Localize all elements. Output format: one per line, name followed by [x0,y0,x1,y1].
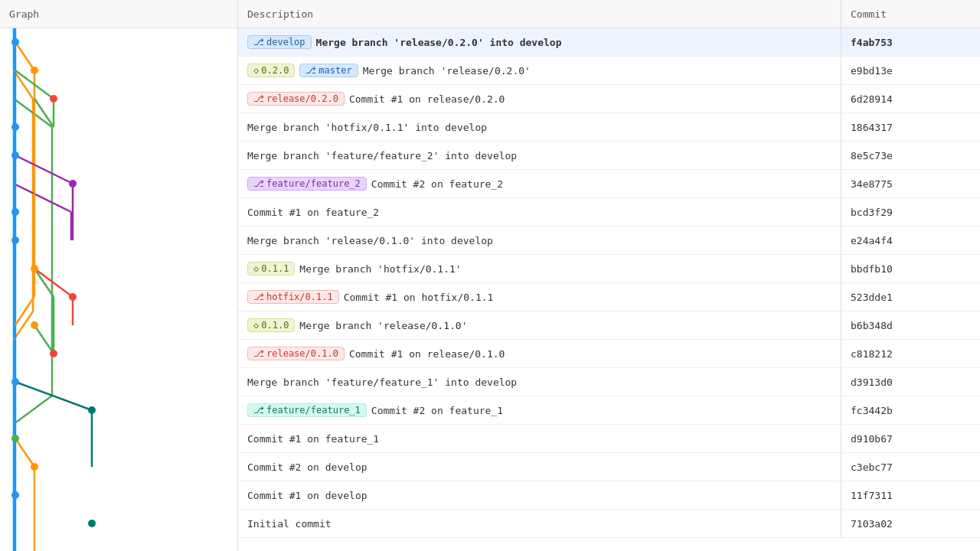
commit-column-header: Commit [841,0,980,28]
tag-badge-0.1.1[interactable]: ◇ 0.1.1 [247,262,295,276]
description-text: Merge branch 'release/0.2.0' [363,65,531,77]
svg-point-44 [69,293,77,301]
description-text: Commit #1 on release/0.2.0 [349,93,505,105]
description-cell: Commit #1 on develop [238,481,841,509]
commit-hash: 11f7311 [841,481,980,509]
svg-point-40 [69,180,77,187]
table-row[interactable]: ⎇ feature/feature_1 Commit #2 on feature… [238,396,980,425]
table-row[interactable]: ⎇ feature/feature_2 Commit #2 on feature… [238,170,980,198]
svg-line-23 [15,382,92,410]
table-row[interactable]: ◇ 0.1.1 Merge branch 'hotfix/0.1.1' bbdf… [238,255,980,283]
svg-line-31 [34,269,73,297]
commit-hash: 8e5c73e [841,142,980,169]
table-row[interactable]: Commit #1 on feature_1 d910b67 [238,425,980,453]
commit-hash: fc3442b [841,396,980,424]
svg-point-41 [11,208,19,216]
table-row[interactable]: ◇ 0.2.0 ⎇ master Merge branch 'release/0… [238,57,980,85]
table-row[interactable]: Initial commit 7103a02 [238,510,980,538]
description-text: Commit #1 on feature_2 [247,207,379,218]
description-text: Merge branch 'feature/feature_2' into de… [247,150,517,161]
table-row[interactable]: Merge branch 'feature/feature_1' into de… [238,368,980,396]
table-row[interactable]: Commit #1 on develop 11f7311 [238,481,980,510]
svg-line-15 [15,439,34,467]
graph-header-label: Graph [9,8,39,20]
table-row[interactable]: ⎇ release/0.1.0 Commit #1 on release/0.1… [238,340,980,368]
svg-line-14 [15,296,34,325]
table-row[interactable]: Merge branch 'hotfix/0.1.1' into develop… [238,113,980,142]
main-area: ⎇ develop Merge branch 'release/0.2.0' i… [0,28,980,551]
description-cell: Commit #1 on feature_2 [238,198,841,226]
commit-hash: 6d28914 [841,85,980,112]
svg-point-49 [11,435,19,442]
svg-point-38 [11,123,19,131]
branch-badge-master[interactable]: ⎇ master [299,64,358,77]
svg-line-19 [34,99,54,127]
svg-point-52 [88,520,96,527]
svg-point-45 [31,321,38,329]
description-text: Initial commit [247,518,332,530]
table-row[interactable]: Commit #2 on develop c3ebc77 [238,453,980,481]
commit-hash: 34e8775 [841,170,980,197]
description-text: Merge branch 'feature/feature_1' into de… [247,377,517,388]
commit-hash: 7103a02 [841,510,980,537]
data-rows-column: ⎇ develop Merge branch 'release/0.2.0' i… [238,28,980,551]
svg-line-12 [15,42,34,70]
branch-icon: ⎇ [253,348,264,359]
commit-hash: f4ab753 [841,28,980,56]
branch-icon: ⎇ [253,292,264,302]
branch-badge-release-0.2.0[interactable]: ⎇ release/0.2.0 [247,92,345,106]
table-row[interactable]: ⎇ develop Merge branch 'release/0.2.0' i… [238,28,980,57]
description-cell: Merge branch 'hotfix/0.1.1' into develop [238,113,841,141]
svg-point-51 [11,491,19,499]
description-cell: ◇ 0.1.1 Merge branch 'hotfix/0.1.1' [238,255,841,282]
branch-icon: ⎇ [253,405,264,416]
branch-icon: ⎇ [253,37,264,47]
description-cell: ◇ 0.2.0 ⎇ master Merge branch 'release/0… [238,57,841,84]
svg-line-26 [15,382,92,439]
description-cell: ⎇ release/0.2.0 Commit #1 on release/0.2… [238,85,841,112]
description-cell: ⎇ feature/feature_2 Commit #2 on feature… [238,170,841,197]
description-cell: ◇ 0.1.0 Merge branch 'release/0.1.0' [238,311,841,339]
svg-point-43 [31,265,38,272]
description-text: Commit #2 on feature_1 [371,405,503,416]
description-text: Commit #2 on feature_2 [371,178,503,190]
commit-hash: bbdfb10 [841,255,980,282]
branch-badge-feature1[interactable]: ⎇ feature/feature_1 [247,403,367,417]
description-header-label: Description [247,8,313,20]
description-text: Commit #1 on release/0.1.0 [349,348,505,360]
description-text: Commit #2 on develop [247,461,368,473]
svg-line-28 [15,155,73,184]
description-cell: Merge branch 'feature/feature_2' into de… [238,142,841,169]
description-column-header: Description [238,0,841,28]
table-row[interactable]: ⎇ hotfix/0.1.1 Commit #1 on hotfix/0.1.1… [238,283,980,311]
table-row[interactable]: Commit #1 on feature_2 bcd3f29 [238,198,980,227]
svg-point-46 [50,350,57,357]
branch-badge-develop[interactable]: ⎇ develop [247,35,312,49]
description-text: Commit #1 on hotfix/0.1.1 [344,292,494,303]
commit-hash: 1864317 [841,113,980,141]
table-row[interactable]: Merge branch 'feature/feature_2' into de… [238,142,980,170]
commit-hash: d910b67 [841,425,980,452]
svg-point-48 [88,406,96,414]
description-cell: Merge branch 'feature/feature_1' into de… [238,368,841,396]
table-row[interactable]: ⎇ release/0.2.0 Commit #1 on release/0.2… [238,85,980,113]
commit-header-label: Commit [851,8,887,20]
graph-column [0,28,238,551]
commit-hash: d3913d0 [841,368,980,396]
table-row[interactable]: ◇ 0.1.0 Merge branch 'release/0.1.0' b6b… [238,311,980,340]
commit-hash: 523dde1 [841,283,980,311]
svg-point-47 [11,378,19,386]
table-row[interactable]: Merge branch 'release/0.1.0' into develo… [238,227,980,255]
commit-hash: b6b348d [841,311,980,339]
svg-line-27 [15,382,92,439]
commit-hash: c3ebc77 [841,453,980,481]
description-cell: Initial commit [238,510,841,537]
branch-badge-feature2[interactable]: ⎇ feature/feature_2 [247,177,367,191]
branch-badge-hotfix[interactable]: ⎇ hotfix/0.1.1 [247,290,339,304]
description-text: Commit #1 on develop [247,490,368,501]
description-cell: Commit #1 on feature_1 [238,425,841,452]
branch-badge-release-0.1.0[interactable]: ⎇ release/0.1.0 [247,347,345,360]
tag-badge-0.2.0[interactable]: ◇ 0.2.0 [247,64,295,77]
tag-badge-0.1.0[interactable]: ◇ 0.1.0 [247,318,295,332]
svg-point-35 [11,38,19,46]
